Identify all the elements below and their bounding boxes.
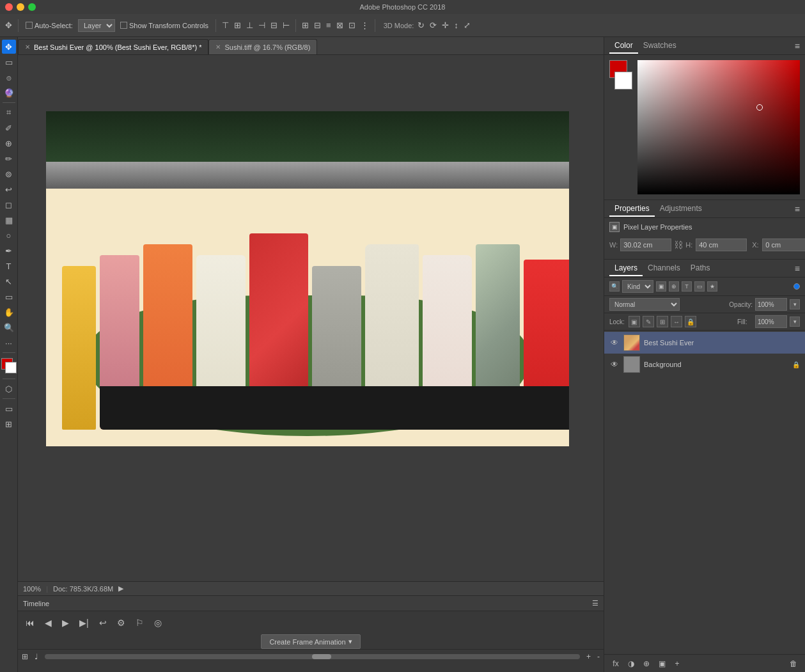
distribute-icon2[interactable]: ⊟ bbox=[313, 20, 322, 30]
magic-wand-tool[interactable]: 🔮 bbox=[2, 86, 16, 100]
tab-sushi-tiff[interactable]: ✕ Sushi.tiff @ 16.7% (RGB/8) bbox=[208, 39, 317, 54]
filter-smart-icon[interactable]: ★ bbox=[707, 281, 717, 292]
more-tools[interactable]: ··· bbox=[2, 336, 16, 350]
saturation-gradient[interactable] bbox=[637, 60, 800, 194]
tl-onion-btn[interactable]: ◎ bbox=[152, 616, 164, 629]
lock-pixels-btn[interactable]: ▣ bbox=[629, 316, 640, 327]
new-layer-button[interactable]: + bbox=[671, 657, 684, 670]
history-brush[interactable]: ↩ bbox=[2, 182, 16, 196]
timeline-menu-icon[interactable]: ☰ bbox=[592, 599, 598, 607]
dodge-tool[interactable]: ○ bbox=[2, 228, 16, 242]
distribute-icon6[interactable]: ⋮ bbox=[359, 20, 370, 30]
show-transform-checkbox[interactable] bbox=[120, 22, 127, 29]
tab-close-2[interactable]: ✕ bbox=[215, 43, 221, 51]
move-tool-icon[interactable]: ✥ bbox=[4, 20, 13, 30]
tab-color[interactable]: Color bbox=[609, 38, 638, 54]
layer-item-background[interactable]: 👁 Background 🔒 bbox=[604, 354, 805, 375]
delete-layer-button[interactable]: 🗑 bbox=[787, 657, 800, 670]
group-button[interactable]: ▣ bbox=[655, 657, 668, 670]
align-left-icon[interactable]: ⊣ bbox=[257, 20, 267, 30]
lock-all-btn[interactable]: 🔒 bbox=[685, 316, 696, 327]
zoom-tool[interactable]: 🔍 bbox=[2, 320, 16, 334]
window-controls[interactable] bbox=[5, 3, 36, 11]
bg-swatch[interactable] bbox=[614, 72, 632, 90]
align-center-icon[interactable]: ⊟ bbox=[269, 20, 279, 30]
create-frame-animation-button[interactable]: Create Frame Animation ▾ bbox=[261, 634, 360, 649]
tab-layers[interactable]: Layers bbox=[609, 261, 643, 276]
distribute-icon1[interactable]: ⊞ bbox=[301, 20, 310, 30]
layer-item-best-sushi[interactable]: 👁 Best Sushi Ever bbox=[604, 332, 805, 354]
tab-swatches[interactable]: Swatches bbox=[638, 38, 682, 54]
distribute-icon3[interactable]: ≡ bbox=[325, 20, 332, 30]
tl-scrollbar[interactable] bbox=[45, 654, 580, 659]
lock-art-btn[interactable]: ⊞ bbox=[657, 316, 668, 327]
align-top-icon[interactable]: ⊤ bbox=[221, 20, 230, 30]
filter-active-dot[interactable] bbox=[793, 283, 800, 290]
tl-add-media-btn[interactable]: ⊞ bbox=[22, 652, 28, 661]
tab-channels[interactable]: Channels bbox=[643, 261, 685, 276]
tl-settings-btn[interactable]: ⚙ bbox=[114, 616, 128, 629]
distribute-icon4[interactable]: ⊠ bbox=[335, 20, 345, 30]
filter-pixel-icon[interactable]: ▣ bbox=[656, 281, 666, 292]
quick-mask-btn[interactable]: ⬡ bbox=[2, 382, 16, 396]
filter-kind-dropdown[interactable]: Kind bbox=[622, 280, 653, 293]
lasso-tool[interactable]: ⌾ bbox=[2, 70, 16, 84]
filter-shape-icon[interactable]: ▭ bbox=[694, 281, 705, 292]
blend-mode-dropdown[interactable]: Normal bbox=[609, 298, 680, 311]
3d-roll-icon[interactable]: ⟳ bbox=[428, 20, 438, 30]
status-arrow[interactable]: ▶ bbox=[118, 584, 123, 593]
opacity-dropdown-arrow[interactable]: ▾ bbox=[790, 299, 800, 309]
pen-tool[interactable]: ✒ bbox=[2, 244, 16, 258]
gradient-tool[interactable]: ▦ bbox=[2, 213, 16, 227]
close-button[interactable] bbox=[5, 3, 13, 11]
path-select[interactable]: ↖ bbox=[2, 274, 16, 288]
stamp-tool[interactable]: ⊚ bbox=[2, 167, 16, 181]
adjustment-button[interactable]: ⊕ bbox=[640, 657, 653, 670]
link-icon[interactable]: ⛓ bbox=[674, 240, 683, 250]
layers-panel-menu[interactable]: ≡ bbox=[795, 263, 800, 274]
height-input[interactable] bbox=[696, 238, 747, 251]
tab-properties[interactable]: Properties bbox=[609, 201, 655, 217]
canvas-container[interactable] bbox=[18, 55, 604, 581]
fill-input[interactable] bbox=[755, 315, 787, 328]
align-middle-icon[interactable]: ⊞ bbox=[233, 20, 242, 30]
tl-next-btn[interactable]: ▶| bbox=[77, 616, 91, 629]
tab-sushi-active[interactable]: ✕ Best Sushi Ever @ 100% (Best Sushi Eve… bbox=[18, 39, 208, 54]
layer-visibility-1[interactable]: 👁 bbox=[609, 338, 620, 348]
eyedropper-tool[interactable]: ✐ bbox=[2, 121, 16, 135]
tl-prev-btn[interactable]: ◀ bbox=[42, 616, 54, 629]
distribute-icon5[interactable]: ⊡ bbox=[347, 20, 357, 30]
new-fill-button[interactable]: ◑ bbox=[625, 657, 637, 670]
fx-button[interactable]: fx bbox=[609, 657, 622, 670]
fill-dropdown-arrow[interactable]: ▾ bbox=[790, 316, 800, 327]
lock-position-btn[interactable]: ✎ bbox=[643, 316, 654, 327]
auto-select-checkbox[interactable] bbox=[26, 22, 33, 29]
artboards-btn[interactable]: ⊞ bbox=[2, 417, 16, 431]
align-right-icon[interactable]: ⊢ bbox=[281, 20, 291, 30]
3d-rotate-icon[interactable]: ↻ bbox=[416, 20, 426, 30]
shape-tool[interactable]: ▭ bbox=[2, 290, 16, 304]
tab-close-1[interactable]: ✕ bbox=[25, 43, 30, 51]
layer-dropdown[interactable]: Layer bbox=[78, 19, 115, 32]
brush-tool[interactable]: ✏ bbox=[2, 152, 16, 166]
tab-paths[interactable]: Paths bbox=[685, 261, 715, 276]
eraser-tool[interactable]: ◻ bbox=[2, 198, 16, 212]
move-tool[interactable]: ✥ bbox=[2, 40, 16, 54]
properties-panel-menu[interactable]: ≡ bbox=[795, 204, 800, 214]
tl-convert-btn[interactable]: ⚐ bbox=[133, 616, 146, 629]
tl-first-btn[interactable]: ⏮ bbox=[23, 616, 37, 629]
layer-visibility-2[interactable]: 👁 bbox=[609, 359, 620, 370]
tab-adjustments[interactable]: Adjustments bbox=[655, 201, 707, 217]
filter-type-icon[interactable]: T bbox=[682, 281, 692, 292]
spot-heal-tool[interactable]: ⊕ bbox=[2, 136, 16, 150]
minimize-button[interactable] bbox=[17, 3, 24, 11]
3d-slide-icon[interactable]: ↕ bbox=[453, 20, 460, 30]
text-tool[interactable]: T bbox=[2, 259, 16, 273]
opacity-input[interactable] bbox=[755, 298, 787, 311]
color-gradient-area[interactable]: ◀ bbox=[637, 60, 800, 194]
maximize-button[interactable] bbox=[28, 3, 36, 11]
color-swatch-area[interactable] bbox=[1, 358, 17, 373]
screen-mode-btn[interactable]: ▭ bbox=[2, 402, 16, 416]
tl-audio-btn[interactable]: ♩ bbox=[35, 652, 38, 661]
select-tool[interactable]: ▭ bbox=[2, 55, 16, 69]
